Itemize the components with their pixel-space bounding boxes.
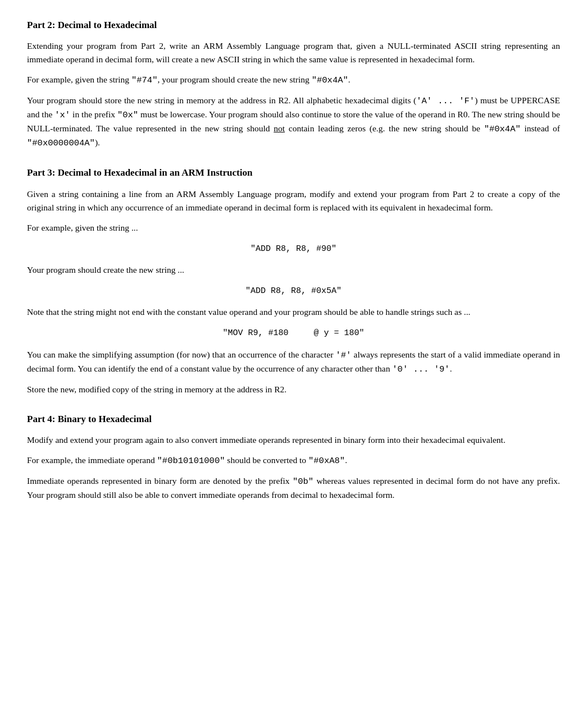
part2-para2: For example, given the string "#74", you… [27, 73, 560, 87]
part4-section: Part 4: Binary to Hexadecimal Modify and… [27, 412, 560, 502]
part3-code1: "ADD R8, R8, #90" [27, 242, 560, 255]
part4-para3: Immediate operands represented in binary… [27, 474, 560, 502]
part4-para1: Modify and extend your program again to … [27, 433, 560, 447]
part3-code3: "MOV R9, #180 @ y = 180" [27, 327, 560, 340]
part3-middle-text: Your program should create the new strin… [27, 263, 560, 277]
part3-para1: Given a string containing a line from an… [27, 187, 560, 214]
part4-title: Part 4: Binary to Hexadecimal [27, 412, 560, 427]
part2-section: Part 2: Decimal to Hexadecimal Extending… [27, 18, 560, 150]
part2-title: Part 2: Decimal to Hexadecimal [27, 18, 560, 33]
part2-para1: Extending your program from Part 2, writ… [27, 39, 560, 66]
part3-para2: For example, given the string ... [27, 221, 560, 235]
part3-section: Part 3: Decimal to Hexadecimal in an ARM… [27, 166, 560, 396]
part3-para5: Store the new, modified copy of the stri… [27, 383, 560, 396]
part3-para4: You can make the simplifying assumption … [27, 348, 560, 376]
part3-title: Part 3: Decimal to Hexadecimal in an ARM… [27, 166, 560, 180]
part3-code2: "ADD R8, R8, #0x5A" [27, 285, 560, 297]
part3-para3: Note that the string might not end with … [27, 305, 560, 319]
page-content: Part 2: Decimal to Hexadecimal Extending… [27, 18, 560, 502]
part4-para2: For example, the immediate operand "#0b1… [27, 454, 560, 468]
part2-para3: Your program should store the new string… [27, 94, 560, 150]
